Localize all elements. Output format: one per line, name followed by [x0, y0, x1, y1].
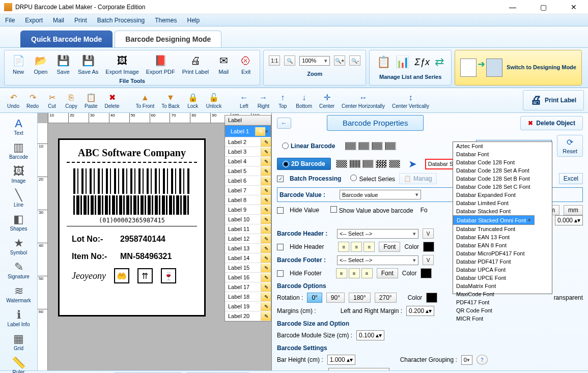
minimize-button[interactable]: —	[502, 2, 523, 13]
linear-barcode-radio[interactable]: Linear Barcode	[277, 140, 340, 152]
label-item-16[interactable]: Label 16✎	[225, 273, 271, 282]
export-pdf-button[interactable]: 📕Export PDF	[143, 52, 178, 76]
font-option[interactable]: DataMatrix Font	[453, 282, 552, 290]
menu-batch-processing[interactable]: Batch Processing	[97, 17, 145, 24]
font-option[interactable]: Databar Code 128 Set C Font	[453, 183, 552, 191]
font-option[interactable]: Aztec Font	[453, 142, 552, 150]
font-option[interactable]: Databar Code 128 Font	[453, 158, 552, 166]
edit-icon[interactable]: ✎	[261, 273, 271, 282]
label-item-4[interactable]: Label 4✎	[225, 157, 271, 166]
undo-button[interactable]: ↶Undo	[4, 91, 22, 110]
unit-value[interactable]: 0.000▴▾	[555, 215, 583, 225]
font-option[interactable]: Databar Code 128 Set B Font	[453, 175, 552, 183]
center-button[interactable]: ✛Center	[316, 91, 338, 110]
footer-font-button[interactable]: Font	[377, 268, 398, 278]
close-button[interactable]: ✕	[564, 2, 584, 13]
menu-print[interactable]: Print	[74, 17, 87, 24]
print-label-button-2[interactable]: 🖨Print Label	[523, 90, 584, 110]
label-item-8[interactable]: Label 8✎	[225, 195, 271, 205]
tofront-button[interactable]: ▲To Front	[132, 91, 157, 110]
edit-icon[interactable]: ✎	[255, 127, 265, 136]
manage-button[interactable]: 📋Manag	[399, 173, 437, 184]
switch-mode-button[interactable]: ➜ Switch to Designing Mode	[455, 50, 582, 85]
show-above-checkbox[interactable]	[330, 206, 337, 213]
label-item-3[interactable]: Label 3✎	[225, 147, 271, 157]
rot-0[interactable]: 0°	[307, 293, 322, 303]
top-button[interactable]: ↑Top	[273, 91, 292, 110]
mail-button[interactable]: ✉Mail	[213, 52, 234, 76]
font-option[interactable]: Databar EAN 8 Font	[453, 241, 552, 249]
tool-text[interactable]: AText	[1, 115, 36, 138]
module-size[interactable]: 0.100▴▾	[356, 330, 384, 340]
centerv-button[interactable]: ↕Center Vertically	[389, 91, 432, 110]
label-item-14[interactable]: Label 14✎	[225, 253, 271, 263]
edit-icon[interactable]: ✎	[261, 157, 271, 166]
tool-signature[interactable]: ✎Signature	[1, 259, 36, 281]
delete-object-button[interactable]: ✖Delete Object	[520, 116, 583, 130]
tool-labelinfo[interactable]: ℹLabel Info	[1, 306, 36, 329]
list-icon[interactable]: 📋	[377, 55, 390, 69]
tool-barcode[interactable]: ▥Barcode	[1, 139, 36, 162]
edit-icon[interactable]: ✎	[261, 215, 271, 224]
font-option[interactable]: Databar Font	[453, 150, 552, 158]
tool-watermark[interactable]: ≋Watermark	[1, 282, 36, 305]
edit-icon[interactable]: ✎	[261, 283, 271, 292]
header-select[interactable]: <-- Select -->	[337, 229, 418, 239]
tool-ruler[interactable]: 📏Ruler	[1, 354, 36, 373]
barcode-color[interactable]	[426, 293, 437, 303]
label-item-20[interactable]: Label 20✎	[225, 311, 271, 321]
menu-help[interactable]: Help	[187, 17, 200, 24]
select-series-radio[interactable]	[350, 175, 357, 181]
font-option[interactable]: MaxiCode Font	[453, 290, 552, 298]
edit-icon[interactable]: ✎	[261, 302, 271, 311]
tool-image[interactable]: 🖼Image	[1, 163, 36, 186]
label-item-13[interactable]: Label 13✎	[225, 244, 271, 253]
footer-select[interactable]: <-- Select -->	[337, 255, 418, 265]
label-item-15[interactable]: Label 15✎	[225, 263, 271, 273]
edit-icon[interactable]: ✎	[261, 148, 271, 156]
font-option[interactable]: PDF417 Font	[453, 298, 552, 306]
menu-themes[interactable]: Themes	[155, 17, 177, 24]
export-image-button[interactable]: 🖼Export Image	[102, 52, 142, 76]
font-option[interactable]: Databar Code 128 Set A Font	[453, 166, 552, 175]
tool-shapes[interactable]: ◧Shapes	[1, 211, 36, 234]
edit-icon[interactable]: ✎	[261, 244, 271, 253]
edit-icon[interactable]: ✎	[261, 177, 271, 185]
edit-icon[interactable]: ✎	[261, 312, 271, 321]
header-v-button[interactable]: V	[423, 228, 434, 239]
barcode-graphic[interactable]: (01)00002365987415	[67, 168, 197, 224]
delete-button[interactable]: ✖Delete	[102, 91, 123, 110]
font-option[interactable]: Databar PDF417 Font	[453, 257, 552, 266]
font-option[interactable]: Databar Expanded Font	[453, 191, 552, 199]
edit-icon[interactable]: ✎	[261, 225, 271, 234]
label-item-11[interactable]: Label 11✎	[225, 224, 271, 234]
label-item-17[interactable]: Label 17✎	[225, 282, 271, 292]
label-item-1[interactable]: Label 1✎	[225, 125, 271, 137]
menu-mail[interactable]: Mail	[53, 17, 64, 24]
unlock-button[interactable]: 🔓Unlock	[203, 91, 225, 110]
hide-footer-checkbox[interactable]	[277, 270, 284, 277]
tool-symbol[interactable]: ★Symbol	[1, 235, 36, 257]
lock-button[interactable]: 🔒Lock	[184, 91, 202, 110]
rot-270[interactable]: 270°	[375, 293, 397, 303]
footer-color[interactable]	[421, 268, 432, 278]
maximize-button[interactable]: ▢	[533, 2, 553, 13]
zoom-window-icon[interactable]: 🔍	[284, 55, 295, 66]
edit-icon[interactable]: ✎	[261, 264, 271, 272]
excel-button[interactable]: Excel	[559, 173, 583, 184]
footer-v-button[interactable]: V	[423, 255, 434, 265]
label-item-7[interactable]: Label 7✎	[225, 186, 271, 195]
rot-90[interactable]: 90°	[326, 293, 345, 303]
menu-export[interactable]: Export	[25, 17, 43, 24]
font-option[interactable]: Databar Limited Font	[453, 199, 552, 207]
cut-button[interactable]: ✂Cut	[43, 91, 61, 110]
back-button[interactable]: ←	[277, 118, 291, 129]
right-button[interactable]: →Right	[254, 91, 272, 110]
toback-button[interactable]: ▼To Back	[158, 91, 183, 110]
edit-icon[interactable]: ✎	[261, 186, 271, 195]
font-option[interactable]: Databar Truncated Font	[453, 225, 552, 233]
zoom-fit-icon[interactable]: 1:1	[269, 55, 280, 66]
lr-margin[interactable]: 0.200▴▾	[406, 306, 434, 316]
font-option[interactable]: Databar EAN 13 Font	[453, 233, 552, 241]
tab-quick-barcode[interactable]: Quick Barcode Mode	[20, 31, 113, 47]
